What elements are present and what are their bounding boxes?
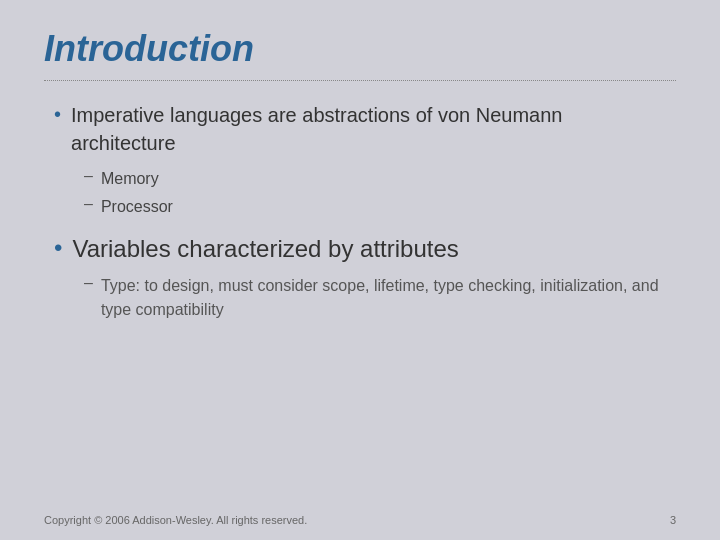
bullet-item-1: • Imperative languages are abstractions … [54, 101, 666, 157]
sub-dash-1-1: – [84, 167, 93, 185]
bullet-dot-1: • [54, 103, 61, 126]
slide-footer: Copyright © 2006 Addison-Wesley. All rig… [44, 514, 676, 526]
bullet-text-1: Imperative languages are abstractions of… [71, 101, 666, 157]
bullet-dot-2: • [54, 234, 62, 262]
sub-text-1-1: Memory [101, 167, 159, 191]
title-divider [44, 80, 676, 81]
slide-title: Introduction [44, 28, 676, 70]
sub-text-2-1: Type: to design, must consider scope, li… [101, 274, 666, 322]
footer-page-number: 3 [670, 514, 676, 526]
sub-text-1-2: Processor [101, 195, 173, 219]
sub-list-2: – Type: to design, must consider scope, … [84, 274, 666, 322]
sub-item-1-1: – Memory [84, 167, 666, 191]
footer-copyright: Copyright © 2006 Addison-Wesley. All rig… [44, 514, 307, 526]
sub-dash-1-2: – [84, 195, 93, 213]
sub-dash-2-1: – [84, 274, 93, 292]
slide: Introduction • Imperative languages are … [0, 0, 720, 540]
sub-list-1: – Memory – Processor [84, 167, 666, 219]
bullet-text-2: Variables characterized by attributes [72, 233, 458, 264]
sub-item-1-2: – Processor [84, 195, 666, 219]
bullet-item-2: • Variables characterized by attributes [54, 233, 666, 264]
slide-content: • Imperative languages are abstractions … [44, 101, 676, 322]
sub-item-2-1: – Type: to design, must consider scope, … [84, 274, 666, 322]
